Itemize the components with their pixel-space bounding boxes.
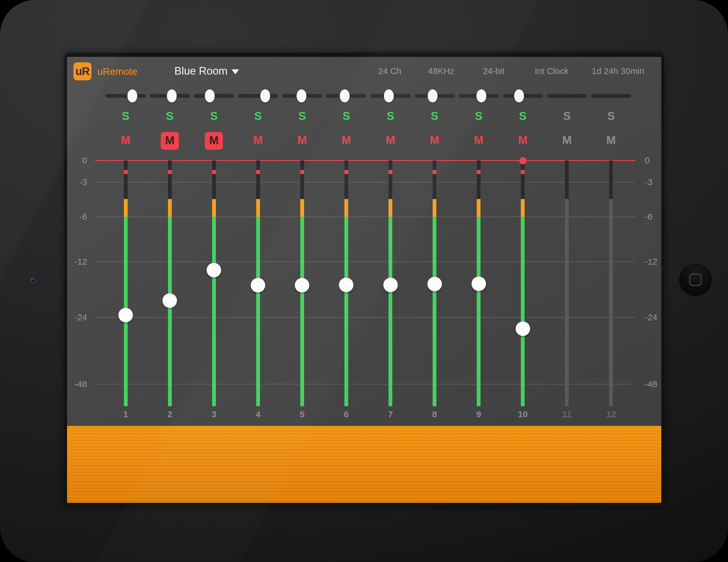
- meter-green-ch10: [521, 217, 525, 406]
- channel-number-6: 6: [333, 409, 359, 419]
- pan-knob-ch7[interactable]: [384, 89, 394, 102]
- mute-button-ch1[interactable]: M: [113, 134, 139, 147]
- channel-number-2: 2: [157, 409, 183, 419]
- solo-button-ch12[interactable]: S: [598, 110, 624, 122]
- mute-button-ch11[interactable]: M: [554, 134, 580, 147]
- solo-button-ch6[interactable]: S: [333, 110, 359, 122]
- pan-knob-ch9[interactable]: [476, 89, 486, 102]
- peak-hold-tick-ch8: [433, 170, 436, 174]
- meter-orange-ch3: [212, 199, 216, 217]
- fader-knob-ch9[interactable]: [472, 277, 486, 291]
- app-title: uRemote: [97, 66, 137, 77]
- peak-hold-tick-ch4: [256, 170, 260, 174]
- meter-top-ch4: [256, 160, 260, 199]
- mute-button-ch9[interactable]: M: [466, 134, 492, 147]
- uremote-app: uR uRemote Blue Room 24 Ch48KHz24-bitInt…: [67, 57, 661, 503]
- mute-button-ch3-active[interactable]: M: [205, 132, 223, 150]
- channel-number-5: 5: [289, 409, 315, 419]
- fader-knob-ch3[interactable]: [207, 263, 221, 277]
- solo-button-ch8[interactable]: S: [422, 110, 448, 122]
- room-selector[interactable]: Blue Room: [174, 65, 239, 77]
- pan-knob-ch8[interactable]: [428, 89, 438, 102]
- fader-knob-ch7[interactable]: [383, 278, 398, 292]
- mute-button-ch10[interactable]: M: [510, 134, 536, 147]
- db-gridline: [95, 182, 635, 182]
- solo-button-ch3[interactable]: S: [201, 110, 227, 122]
- db-gridline: [95, 384, 635, 384]
- mute-button-ch8[interactable]: M: [422, 134, 448, 147]
- pan-knob-ch2[interactable]: [167, 89, 177, 102]
- meter-top-ch8: [433, 160, 436, 199]
- db-label-left: -6: [67, 212, 87, 222]
- meter-orange-ch5: [300, 199, 304, 217]
- db-label-left: -48: [67, 379, 87, 389]
- mute-button-ch5[interactable]: M: [289, 134, 315, 147]
- solo-button-ch2[interactable]: S: [157, 110, 183, 122]
- solo-button-ch5[interactable]: S: [289, 110, 315, 122]
- meter-orange-ch4: [256, 199, 260, 217]
- channel-number-8: 8: [422, 409, 448, 419]
- meter-top-ch9: [477, 160, 480, 199]
- meter-top-ch1: [124, 160, 128, 199]
- channel-number-3: 3: [201, 409, 227, 419]
- solo-button-ch10[interactable]: S: [510, 110, 536, 122]
- pan-knob-ch5[interactable]: [297, 89, 306, 102]
- screen: uR uRemote Blue Room 24 Ch48KHz24-bitInt…: [64, 53, 664, 507]
- status-item-int-clock: Int Clock: [535, 66, 569, 76]
- pan-track-ch4[interactable]: [238, 94, 278, 98]
- meter-orange-ch6: [344, 199, 348, 217]
- mute-label: M: [205, 134, 223, 147]
- solo-button-ch4[interactable]: S: [245, 110, 271, 122]
- solo-button-ch1[interactable]: S: [113, 110, 139, 122]
- fader-knob-ch8[interactable]: [427, 277, 442, 291]
- mute-button-ch2-active[interactable]: M: [161, 132, 179, 150]
- peak-hold-tick-ch7: [389, 170, 392, 174]
- db-label-left: 0: [67, 156, 87, 165]
- meter-green-ch3: [212, 217, 216, 406]
- meter-gray-ch12: [609, 199, 613, 406]
- peak-hold-tick-ch6: [344, 170, 348, 174]
- meter-green-ch4: [256, 217, 260, 406]
- channel-number-10: 10: [510, 409, 536, 419]
- zero-db-line: [95, 160, 635, 161]
- solo-button-ch7[interactable]: S: [377, 110, 404, 122]
- solo-button-ch9[interactable]: S: [466, 110, 492, 122]
- meter-orange-ch2: [168, 199, 172, 217]
- mute-button-ch6[interactable]: M: [333, 134, 359, 147]
- meter-top-ch2: [168, 160, 172, 199]
- home-button[interactable]: [679, 263, 712, 296]
- fader-knob-ch6[interactable]: [339, 278, 353, 292]
- transport-bar: 00:00:00 - 00:00:00 3Markers: [67, 426, 661, 503]
- mute-button-ch4[interactable]: M: [245, 134, 271, 147]
- peak-hold-tick-ch3: [212, 170, 216, 174]
- pan-knob-ch4[interactable]: [260, 89, 270, 102]
- meter-orange-ch7: [389, 199, 392, 217]
- peak-hold-tick-ch2: [168, 170, 172, 174]
- db-gridline: [95, 261, 635, 262]
- solo-button-ch11[interactable]: S: [554, 110, 580, 122]
- mute-button-ch12[interactable]: M: [598, 134, 624, 147]
- channel-number-4: 4: [245, 409, 271, 419]
- front-camera: [29, 277, 37, 284]
- peak-hold-tick-ch10: [521, 170, 525, 174]
- meter-green-ch6: [344, 217, 348, 406]
- fader-knob-ch4[interactable]: [251, 278, 265, 292]
- pan-track-ch1[interactable]: [106, 94, 146, 98]
- peak-hold-tick-ch9: [477, 170, 480, 174]
- meter-orange-ch1: [124, 199, 128, 217]
- pan-knob-ch6[interactable]: [340, 89, 350, 102]
- pan-track-ch12[interactable]: [591, 94, 631, 98]
- pan-knob-ch1[interactable]: [127, 89, 137, 102]
- fader-knob-ch10[interactable]: [516, 321, 530, 336]
- fader-knob-ch1[interactable]: [118, 308, 133, 322]
- meter-green-ch9: [477, 217, 480, 406]
- clip-indicator-ch10[interactable]: [519, 157, 526, 165]
- fader-knob-ch5[interactable]: [295, 278, 309, 292]
- room-selector-label: Blue Room: [174, 65, 227, 77]
- pan-track-ch11[interactable]: [547, 94, 587, 98]
- pan-knob-ch3[interactable]: [205, 89, 215, 102]
- pan-knob-ch10[interactable]: [514, 89, 524, 102]
- mute-button-ch7[interactable]: M: [377, 134, 404, 147]
- chevron-down-icon: [232, 69, 239, 74]
- fader-knob-ch2[interactable]: [162, 293, 177, 308]
